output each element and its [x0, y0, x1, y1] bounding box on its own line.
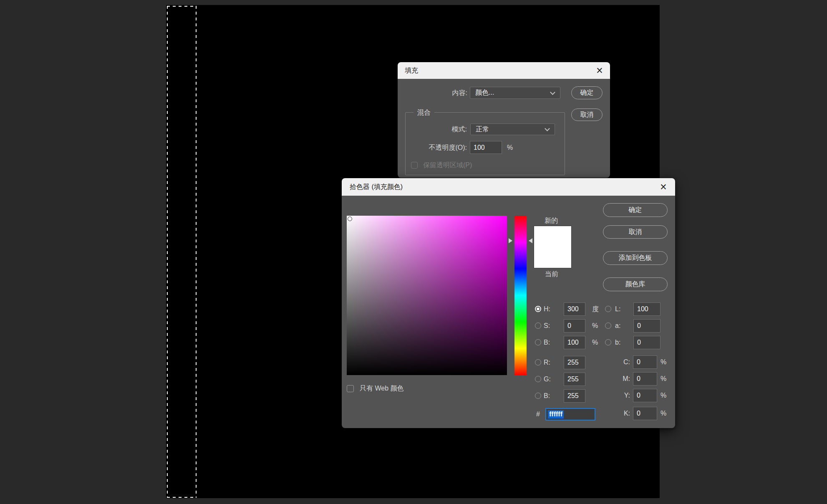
web-colors-checkbox[interactable]: [347, 385, 354, 392]
fill-opacity-input[interactable]: 100: [470, 141, 502, 154]
c-unit: %: [661, 355, 666, 369]
lab-b-input[interactable]: 0: [633, 336, 661, 349]
lab-b-label: b:: [615, 336, 620, 349]
g-radio[interactable]: [535, 376, 541, 382]
g-input[interactable]: 255: [564, 373, 585, 386]
color-picker-titlebar[interactable]: 拾色器 (填充颜色) ×: [342, 178, 675, 196]
b-input[interactable]: 100: [564, 336, 585, 349]
fill-dialog-title: 填充: [405, 66, 418, 75]
lab-b-radio[interactable]: [605, 339, 611, 345]
s-label: S:: [544, 319, 550, 333]
rgb-b-radio[interactable]: [535, 393, 541, 399]
color-picker-title: 拾色器 (填充颜色): [350, 183, 403, 192]
blend-group-label: 混合: [414, 108, 434, 117]
lab-a-value: 0: [637, 322, 641, 330]
hex-input[interactable]: ffffff: [545, 408, 595, 421]
fill-content-label: 内容:: [414, 87, 467, 99]
add-to-swatches-button[interactable]: 添加到色板: [603, 251, 668, 265]
c-label: C:: [615, 355, 630, 369]
k-value: 0: [637, 410, 640, 417]
hue-slider-left-marker[interactable]: [509, 238, 512, 243]
m-unit: %: [661, 372, 666, 386]
g-value: 255: [567, 375, 579, 383]
lab-a-radio[interactable]: [605, 323, 611, 329]
b-radio[interactable]: [535, 339, 541, 345]
web-colors-label: 只有 Web 颜色: [360, 384, 404, 393]
new-color-swatch: [534, 226, 571, 247]
fill-content-value: 颜色...: [475, 88, 494, 97]
preserve-transparency-label: 保留透明区域(P): [423, 161, 472, 169]
marquee-edge-left: [167, 6, 168, 498]
m-value: 0: [637, 375, 640, 383]
c-input[interactable]: 0: [633, 355, 657, 369]
m-input[interactable]: 0: [633, 372, 657, 386]
fill-dialog-close-icon[interactable]: ×: [593, 64, 606, 77]
picker-cancel-button[interactable]: 取消: [603, 225, 668, 239]
lab-a-input[interactable]: 0: [633, 319, 661, 333]
picker-ok-button[interactable]: 确定: [603, 203, 668, 217]
fill-ok-button[interactable]: 确定: [571, 86, 603, 99]
current-color-swatch[interactable]: [534, 247, 571, 268]
rgb-b-label: B:: [544, 389, 550, 403]
y-unit: %: [661, 389, 666, 402]
k-label: K:: [615, 407, 630, 420]
s-radio[interactable]: [535, 323, 541, 329]
lab-l-input[interactable]: 100: [633, 302, 661, 316]
hue-slider[interactable]: [514, 216, 527, 375]
lab-a-label: a:: [615, 319, 620, 333]
lab-l-value: 100: [637, 305, 648, 313]
y-label: Y:: [615, 389, 630, 402]
h-unit: 度: [592, 302, 599, 316]
current-color-label: 当前: [545, 270, 558, 279]
b-label: B:: [544, 336, 550, 349]
color-libraries-button[interactable]: 颜色库: [603, 277, 668, 291]
s-value: 0: [567, 322, 571, 330]
h-value: 300: [567, 305, 579, 313]
marquee-edge-right: [196, 6, 197, 498]
fill-dialog: 填充 × 内容: 颜色... 确定 取消 混合 模式: 正常 不透明度(O): …: [398, 62, 610, 178]
hue-slider-right-marker[interactable]: [529, 238, 532, 243]
preserve-transparency-checkbox[interactable]: [411, 162, 418, 169]
chevron-down-icon: [550, 89, 555, 95]
r-radio[interactable]: [535, 359, 541, 365]
fill-mode-dropdown[interactable]: 正常: [470, 123, 555, 135]
fill-opacity-label: 不透明度(O):: [417, 141, 467, 154]
fill-dialog-titlebar[interactable]: 填充 ×: [398, 62, 610, 79]
h-input[interactable]: 300: [564, 302, 585, 316]
b-unit: %: [592, 336, 598, 349]
lab-l-radio[interactable]: [605, 306, 611, 312]
k-input[interactable]: 0: [633, 407, 657, 420]
b-value: 100: [567, 339, 579, 346]
fill-content-dropdown[interactable]: 颜色...: [470, 87, 560, 99]
s-input[interactable]: 0: [564, 319, 585, 333]
hex-value-selected: ffffff: [548, 410, 564, 418]
color-picker-dialog: 拾色器 (填充颜色) × 新的 当前 确定 取消 添加到色板 颜色库 H: 30…: [342, 178, 675, 428]
marquee-edge-bottom: [167, 497, 197, 498]
y-input[interactable]: 0: [633, 389, 657, 402]
r-label: R:: [544, 356, 550, 369]
blend-group: 混合 模式: 正常 不透明度(O): 100 % 保留透明区域(P): [405, 112, 565, 175]
fill-cancel-button[interactable]: 取消: [571, 108, 603, 121]
fill-mode-label: 模式:: [415, 123, 467, 135]
hex-label: #: [536, 408, 540, 421]
r-input[interactable]: 255: [564, 356, 585, 369]
color-picker-body: 新的 当前 确定 取消 添加到色板 颜色库 H: 300 度 S: 0 % B:…: [342, 196, 675, 428]
rgb-b-value: 255: [567, 392, 579, 400]
new-current-swatch[interactable]: [534, 226, 572, 268]
h-label: H:: [544, 302, 550, 316]
rgb-b-input[interactable]: 255: [564, 389, 585, 403]
c-value: 0: [637, 358, 640, 366]
new-color-label: 新的: [545, 217, 558, 225]
saturation-brightness-field[interactable]: [347, 216, 507, 375]
color-picker-close-icon[interactable]: ×: [657, 181, 670, 193]
fill-mode-value: 正常: [476, 125, 489, 134]
lab-b-value: 0: [637, 339, 641, 346]
s-unit: %: [592, 319, 598, 333]
m-label: M:: [615, 372, 630, 386]
color-field-marker[interactable]: [348, 217, 352, 221]
y-value: 0: [637, 392, 640, 399]
fill-opacity-unit: %: [507, 141, 513, 154]
r-value: 255: [567, 359, 579, 366]
h-radio[interactable]: [535, 306, 541, 312]
lab-l-label: L:: [615, 302, 620, 316]
